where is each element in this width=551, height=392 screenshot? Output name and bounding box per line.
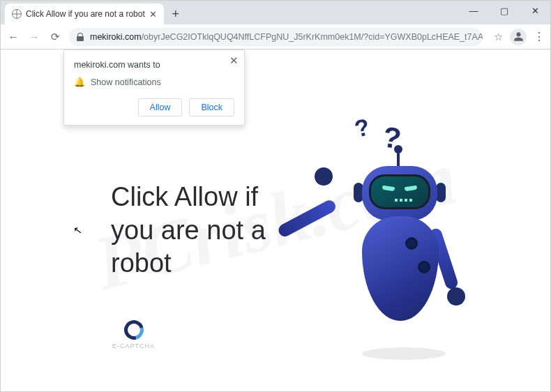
tab-title: Click Allow if you are not a robot xyxy=(26,9,145,19)
browser-menu-icon[interactable]: ⋮ xyxy=(534,30,545,43)
mouse-cursor-icon: ↖ xyxy=(73,223,83,237)
window-close-button[interactable]: ✕ xyxy=(520,1,550,20)
captcha-label: E-CAPTCHA xyxy=(112,342,155,349)
notification-permission-dialog: ✕ mekiroki.com wants to 🔔 Show notificat… xyxy=(63,50,245,126)
question-mark-icon: ? xyxy=(352,113,373,143)
permission-origin-line: mekiroki.com wants to xyxy=(74,60,234,70)
robot-hand xyxy=(315,167,333,186)
browser-tab[interactable]: Click Allow if you are not a robot ✕ xyxy=(5,3,164,24)
nav-forward-icon[interactable]: → xyxy=(27,31,41,43)
robot-eye xyxy=(405,186,418,191)
robot-body xyxy=(362,216,439,321)
permission-capability: Show notifications xyxy=(91,77,161,87)
url-host: mekiroki.com xyxy=(90,32,142,42)
person-icon xyxy=(513,31,524,42)
window-maximize-button[interactable]: ▢ xyxy=(489,1,520,20)
nav-reload-icon[interactable]: ⟳ xyxy=(48,31,62,43)
globe-icon xyxy=(12,9,22,19)
bookmark-star-icon[interactable]: ☆ xyxy=(494,31,503,43)
bell-icon: 🔔 xyxy=(74,77,85,87)
dialog-close-icon[interactable]: ✕ xyxy=(229,54,239,67)
robot-arm xyxy=(276,198,338,239)
robot-ear xyxy=(436,183,446,202)
new-tab-button[interactable]: + xyxy=(167,5,185,23)
url-path: /obyrJeCG2IOTklqQUQ4NffLCFPgNU_J5rKrKmm0… xyxy=(142,32,483,42)
robot-hand xyxy=(447,287,465,306)
captcha-badge: E-CAPTCHA xyxy=(112,320,155,349)
robot-mouth xyxy=(395,199,412,202)
window-titlebar: Click Allow if you are not a robot ✕ + —… xyxy=(1,1,550,24)
address-bar[interactable]: mekiroki.com/obyrJeCG2IOTklqQUQ4NffLCFPg… xyxy=(69,28,483,46)
robot-head xyxy=(362,166,437,220)
profile-avatar[interactable] xyxy=(510,29,527,45)
allow-button[interactable]: Allow xyxy=(138,98,183,116)
headline-line-1: Click Allow if xyxy=(111,181,266,214)
tab-close-icon[interactable]: ✕ xyxy=(149,9,157,20)
window-minimize-button[interactable]: — xyxy=(458,1,489,20)
robot-visor xyxy=(369,174,430,209)
headline-line-3: robot xyxy=(111,247,266,280)
robot-eye xyxy=(382,186,395,191)
window-controls: — ▢ ✕ xyxy=(458,1,550,20)
block-button[interactable]: Block xyxy=(189,98,234,116)
browser-toolbar: ← → ⟳ mekiroki.com/obyrJeCG2IOTklqQUQ4Nf… xyxy=(1,24,550,50)
page-content: PCrisk.com ✕ mekiroki.com wants to 🔔 Sho… xyxy=(1,50,550,391)
nav-back-icon[interactable]: ← xyxy=(6,31,20,43)
page-headline: Click Allow if you are not a robot xyxy=(111,181,266,280)
robot-rivet xyxy=(405,237,418,250)
headline-line-2: you are not a xyxy=(111,214,266,248)
captcha-spinner-icon xyxy=(120,317,146,343)
robot-illustration: ? ? xyxy=(334,123,488,367)
lock-icon xyxy=(76,33,84,41)
robot-rivet xyxy=(418,261,430,273)
robot-shadow xyxy=(362,347,446,360)
